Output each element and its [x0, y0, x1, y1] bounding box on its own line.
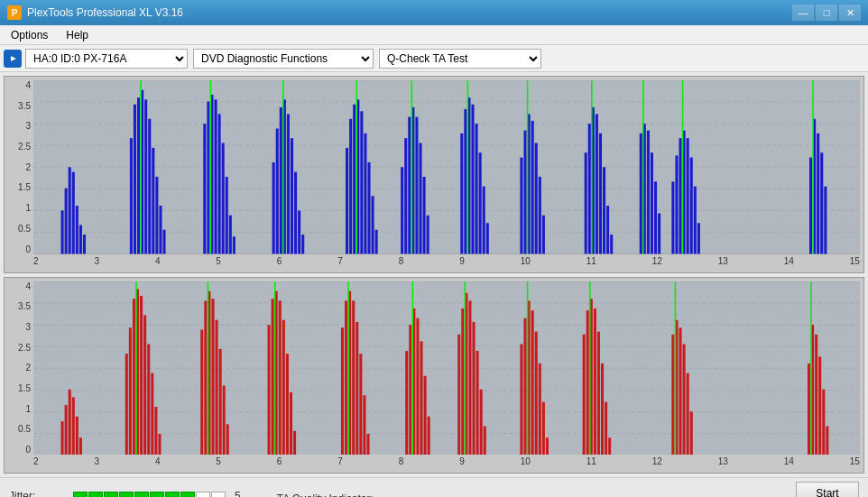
svg-rect-58: [404, 138, 407, 253]
svg-rect-37: [272, 162, 275, 254]
svg-rect-24: [159, 206, 162, 253]
svg-rect-161: [352, 300, 355, 455]
svg-rect-197: [597, 331, 600, 455]
svg-rect-164: [363, 395, 365, 455]
svg-rect-193: [583, 334, 586, 455]
svg-rect-158: [341, 327, 344, 455]
jitter-bar-5: [134, 492, 149, 498]
svg-rect-38: [276, 128, 279, 253]
svg-rect-211: [815, 334, 817, 455]
svg-rect-10: [65, 189, 68, 254]
svg-rect-47: [346, 148, 348, 254]
function-select[interactable]: DVD Diagnostic Functions: [193, 49, 374, 69]
metrics-section: Jitter: 5 Peak Shift:: [9, 490, 241, 498]
svg-rect-96: [654, 181, 657, 253]
svg-rect-83: [585, 152, 587, 253]
svg-rect-11: [69, 167, 71, 253]
start-button[interactable]: Start: [796, 482, 859, 498]
svg-rect-172: [424, 375, 427, 455]
svg-rect-131: [133, 299, 135, 455]
svg-rect-34: [229, 216, 232, 254]
svg-rect-128: [79, 437, 82, 455]
ta-quality-section: TA Quality Indicator: Very Good: [277, 492, 374, 498]
menu-options[interactable]: Options: [4, 27, 55, 43]
menu-help[interactable]: Help: [59, 27, 96, 43]
svg-rect-202: [671, 334, 674, 455]
start-section: Start i: [796, 482, 859, 498]
svg-rect-213: [822, 389, 825, 455]
svg-rect-31: [218, 114, 221, 253]
svg-rect-170: [416, 318, 419, 455]
svg-rect-178: [468, 300, 471, 455]
jitter-value: 5: [235, 490, 241, 498]
svg-rect-48: [349, 119, 352, 254]
svg-rect-64: [427, 216, 429, 254]
svg-rect-108: [809, 158, 812, 254]
maximize-button[interactable]: □: [816, 5, 837, 21]
svg-rect-196: [594, 308, 596, 455]
svg-rect-147: [226, 424, 229, 455]
svg-rect-32: [222, 143, 225, 254]
svg-rect-101: [679, 138, 681, 253]
svg-rect-57: [401, 167, 403, 253]
jitter-bar-9: [196, 492, 210, 498]
svg-rect-204: [679, 327, 681, 455]
svg-rect-79: [535, 143, 538, 254]
svg-rect-199: [605, 401, 607, 455]
svg-rect-155: [290, 391, 292, 455]
svg-rect-188: [535, 331, 538, 455]
minimize-button[interactable]: —: [792, 5, 814, 21]
svg-rect-94: [647, 131, 650, 254]
top-chart-x-axis: 2 3 4 5 6 7 8 9 10 11 12 13 14 15: [33, 254, 860, 272]
drive-select[interactable]: HA:0 ID:0 PX-716A: [25, 49, 188, 69]
svg-rect-75: [520, 158, 522, 254]
jitter-label: Jitter:: [9, 490, 68, 498]
svg-rect-145: [219, 348, 222, 455]
svg-rect-66: [460, 133, 463, 254]
svg-rect-175: [457, 334, 460, 455]
svg-rect-27: [203, 124, 206, 253]
svg-rect-25: [163, 230, 166, 254]
svg-rect-110: [817, 133, 819, 254]
svg-rect-214: [826, 426, 828, 455]
bottom-chart-y-axis: 4 3.5 3 2.5 2 1.5 1 0.5 0: [5, 281, 33, 456]
svg-rect-45: [301, 235, 304, 253]
svg-rect-88: [603, 167, 605, 253]
svg-rect-159: [345, 300, 347, 455]
svg-rect-54: [372, 196, 374, 253]
svg-rect-52: [364, 133, 366, 254]
jitter-bar-2: [88, 492, 103, 498]
svg-rect-143: [211, 299, 214, 455]
svg-rect-137: [154, 407, 157, 455]
svg-rect-20: [144, 99, 147, 253]
svg-rect-146: [223, 385, 226, 455]
svg-rect-112: [824, 187, 826, 254]
svg-rect-209: [808, 363, 810, 455]
svg-rect-162: [356, 321, 358, 455]
svg-rect-140: [200, 329, 203, 455]
svg-rect-149: [268, 325, 271, 455]
close-button[interactable]: ✕: [839, 5, 861, 21]
svg-rect-167: [405, 351, 408, 456]
svg-rect-92: [640, 133, 642, 254]
jitter-bar-10: [211, 492, 226, 498]
drive-icon: ▶: [4, 50, 22, 68]
svg-rect-53: [367, 162, 370, 254]
svg-rect-99: [671, 181, 674, 253]
svg-rect-191: [546, 437, 549, 455]
svg-rect-173: [428, 416, 430, 455]
test-select[interactable]: Q-Check TA Test: [379, 49, 541, 69]
svg-rect-21: [148, 119, 151, 254]
svg-rect-69: [471, 105, 474, 254]
svg-rect-187: [531, 310, 534, 455]
bottom-chart: 4 3.5 3 2.5 2 1.5 1 0.5 0: [4, 277, 864, 474]
svg-rect-42: [291, 138, 293, 253]
svg-rect-135: [147, 344, 150, 455]
svg-rect-43: [294, 172, 297, 254]
svg-rect-13: [76, 206, 78, 253]
svg-rect-106: [697, 223, 700, 253]
jitter-bar-7: [165, 492, 180, 498]
svg-rect-129: [125, 354, 128, 455]
svg-rect-55: [375, 230, 378, 254]
svg-rect-80: [539, 177, 541, 254]
